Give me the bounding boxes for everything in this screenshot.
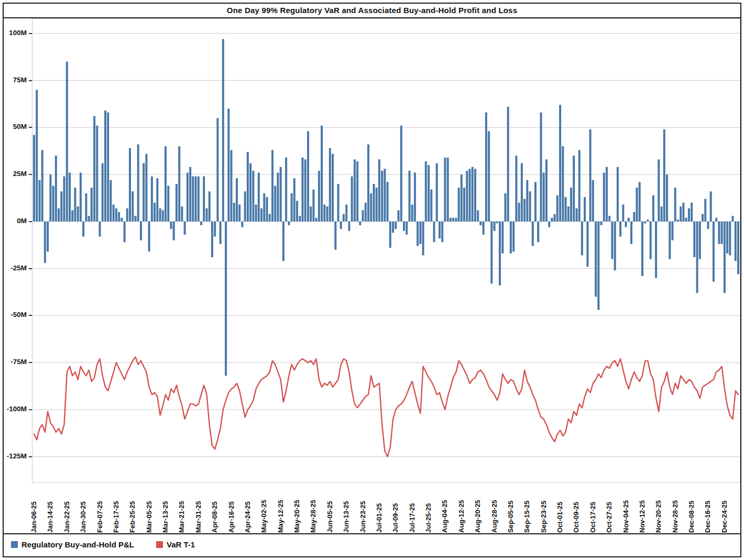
pl-bar <box>293 178 296 222</box>
pl-bar <box>639 182 641 221</box>
pl-bar <box>737 222 739 274</box>
pl-bar <box>441 222 443 243</box>
pl-bar <box>450 218 452 222</box>
pl-bar <box>512 222 515 252</box>
pl-bar <box>126 208 128 222</box>
pl-bar <box>433 222 435 243</box>
pl-bar <box>312 190 314 222</box>
pl-bar <box>389 222 391 248</box>
pl-bar <box>534 182 537 221</box>
pl-bar <box>496 222 498 224</box>
pl-bar <box>707 222 709 229</box>
pl-bar <box>417 222 419 246</box>
pl-bar <box>247 152 249 222</box>
x-tick-label: Jan-30-25 <box>80 485 87 533</box>
pl-bar <box>299 216 301 222</box>
x-axis-labels: Jan-06-25Jan-14-25Jan-22-25Jan-30-25Feb-… <box>32 483 740 533</box>
pl-bar <box>162 210 164 222</box>
pl-bar <box>60 191 62 222</box>
pl-bar <box>249 163 251 222</box>
pl-bar <box>137 145 139 222</box>
y-tick-label: 25M <box>13 170 27 178</box>
pl-bar <box>209 191 211 222</box>
pl-bar <box>576 208 578 222</box>
pl-bar <box>211 222 213 257</box>
x-tick-label: Dec-24-25 <box>721 485 728 533</box>
pl-bar <box>477 210 479 222</box>
x-tick-label: Apr-16-25 <box>228 485 235 533</box>
pl-bar <box>296 201 298 222</box>
pl-bar <box>151 177 153 222</box>
pl-bar <box>619 222 621 237</box>
pl-bar <box>176 184 178 222</box>
pl-bar <box>58 208 60 222</box>
pl-bar <box>195 177 197 222</box>
plot-svg <box>32 18 740 483</box>
pl-bar <box>400 126 402 222</box>
pl-bar <box>233 203 235 222</box>
pl-bar <box>266 197 268 222</box>
pl-bar <box>611 222 613 259</box>
x-tick-label: Jul-25-25 <box>425 485 432 533</box>
x-tick-label: Jan-14-25 <box>47 485 54 533</box>
pl-bar <box>365 203 367 222</box>
pl-bar <box>548 222 550 227</box>
pl-bar <box>302 158 304 222</box>
pl-bar <box>565 197 567 222</box>
pl-bar <box>556 195 559 222</box>
pl-bar <box>419 222 421 244</box>
pl-bar <box>562 146 564 222</box>
y-tick-mark <box>29 268 32 269</box>
x-tick-label: Oct-01-25 <box>556 485 564 533</box>
pl-bar <box>573 156 575 222</box>
pl-bar <box>315 218 318 222</box>
pl-bar <box>505 193 507 222</box>
y-tick-mark <box>29 80 32 81</box>
pl-bar <box>715 218 717 222</box>
pl-bar <box>252 171 254 222</box>
var-line <box>34 357 738 456</box>
pl-bar <box>661 206 663 222</box>
pl-bar <box>274 186 276 222</box>
pl-bar <box>263 193 265 222</box>
x-tick-label: Jun-13-25 <box>343 485 350 533</box>
pl-bar <box>458 188 460 222</box>
pl-bar <box>721 222 723 244</box>
pl-bar <box>532 222 534 246</box>
y-tick-mark <box>29 33 32 34</box>
pl-bar <box>521 163 523 222</box>
pl-bar <box>682 203 684 222</box>
pl-bar <box>729 222 731 256</box>
pl-bar <box>291 193 293 222</box>
pl-bar <box>356 161 358 222</box>
pl-bar <box>674 188 676 222</box>
y-tick-label: 0M <box>17 217 27 225</box>
legend-label-var: VaR T-1 <box>167 540 195 549</box>
chart-title: One Day 99% Regulatory VaR and Associate… <box>4 4 740 18</box>
x-tick-label: Nov-04-25 <box>622 485 630 533</box>
pl-bar <box>359 222 361 225</box>
y-tick-label: -50M <box>10 311 27 319</box>
pl-bar <box>367 145 369 222</box>
pl-bar <box>102 163 104 222</box>
pl-bar <box>376 188 378 222</box>
pl-bar <box>630 222 632 244</box>
pl-bar <box>44 222 46 263</box>
pl-bar <box>409 171 411 222</box>
pl-bar <box>318 171 320 222</box>
pl-bar <box>581 222 583 256</box>
y-tick-label: 75M <box>13 76 27 84</box>
pl-bar <box>622 205 624 222</box>
pl-bar <box>515 156 517 222</box>
pl-bar <box>732 216 734 222</box>
y-tick-mark <box>29 409 32 410</box>
pl-bar <box>384 169 386 222</box>
pl-bar <box>33 135 35 222</box>
pl-bar <box>677 219 679 222</box>
pl-bar <box>724 222 726 293</box>
pl-bar <box>41 150 43 222</box>
pl-bar <box>307 131 309 222</box>
pl-bar <box>488 131 490 222</box>
pl-bar <box>655 222 657 278</box>
pl-bar <box>472 167 474 222</box>
